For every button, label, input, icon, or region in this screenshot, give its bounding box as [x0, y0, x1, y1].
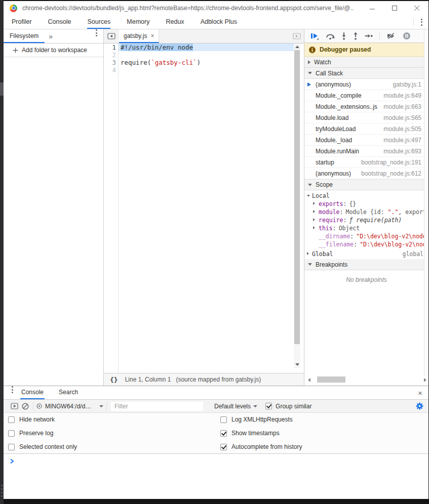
hide-navigator-button[interactable]	[104, 29, 119, 43]
console-drawer: Console Search ×	[4, 386, 428, 499]
expanded-arrow-icon	[308, 184, 312, 186]
group-similar-checkbox[interactable]	[265, 403, 272, 409]
no-breakpoints-message: No breakpoints	[304, 276, 428, 283]
show-console-sidebar-icon	[11, 403, 18, 409]
scope-entry-filename[interactable]: __filename:"D:\dev\blog-v2\node_n	[304, 240, 428, 248]
step-over-button[interactable]	[326, 32, 335, 40]
pretty-print-icon[interactable]: {}	[110, 376, 118, 384]
line-number: 1	[104, 44, 118, 51]
expanded-arrow-icon	[308, 263, 312, 266]
drawer-close-icon[interactable]: ×	[418, 389, 422, 397]
scroll-up-icon[interactable]	[295, 46, 299, 48]
scope-entry-exports[interactable]: exports:{}	[304, 200, 428, 208]
code-line-3[interactable]: 3 require(`gatsby-cli`)	[104, 59, 304, 66]
group-similar-toggle[interactable]: Group similar	[265, 403, 311, 410]
tab-sources[interactable]: Sources	[87, 15, 110, 29]
log-levels-label: Default levels	[214, 403, 251, 410]
scope-entry-module[interactable]: module:Module {id: ".", exports:	[304, 208, 428, 216]
breakpoints-section-header[interactable]: Breakpoints	[304, 259, 428, 270]
navigator-menu-kebab-icon[interactable]	[95, 29, 103, 43]
call-stack-frame[interactable]: Module._extensions..jsmodule.js:663	[304, 101, 428, 112]
call-stack-frame[interactable]: Module.loadmodule.js:565	[304, 112, 428, 123]
watch-section-header[interactable]: Watch	[304, 57, 428, 68]
console-settings-button[interactable]	[416, 402, 423, 410]
tab-filesystem[interactable]: Filesystem	[4, 29, 45, 43]
tab-close-icon[interactable]: ×	[150, 33, 154, 39]
edge-dots	[1, 485, 3, 499]
call-stack-frame[interactable]: Module.runMainmodule.js:693	[304, 146, 428, 157]
tab-redux[interactable]: Redux	[166, 15, 184, 29]
setting-log-xmlhttprequests[interactable]: Log XMLHttpRequests	[216, 413, 428, 427]
call-stack-frame[interactable]: Module._compilemodule.js:649	[304, 90, 428, 101]
main-menu-kebab-icon[interactable]	[420, 19, 428, 26]
call-stack-section-header[interactable]: Call Stack	[304, 68, 428, 79]
code-editor[interactable]: 1 #!/usr/bin/env node 2 3 require(`gatsb…	[104, 44, 304, 374]
setting-selected-context-only[interactable]: Selected context only	[4, 440, 216, 454]
edge-scrollbar-thumb[interactable]	[0, 82, 4, 96]
console-context-selector[interactable]: MINGW64:/d/de...	[36, 403, 103, 410]
show-timestamps-checkbox[interactable]	[220, 430, 227, 437]
console-prompt[interactable]	[4, 454, 428, 464]
maximize-button[interactable]	[387, 3, 402, 14]
tab-adblock-plus[interactable]: Adblock Plus	[201, 15, 237, 29]
step-into-button[interactable]	[341, 32, 346, 40]
log-xhr-checkbox[interactable]	[220, 416, 227, 423]
call-stack-frame[interactable]: startupbootstrap_node.js:191	[304, 157, 428, 168]
deactivate-breakpoints-button[interactable]	[386, 32, 396, 40]
tab-memory[interactable]: Memory	[127, 15, 149, 29]
setting-autocomplete-history[interactable]: Autocomplete from history	[216, 440, 428, 454]
console-prompt-chevron-icon	[10, 458, 14, 464]
panel-horizontal-scrollbar[interactable]	[305, 375, 428, 384]
scope-entry-dirname[interactable]: __dirname:"D:\dev\blog-v2\node_mo	[304, 232, 428, 240]
scope-section-header[interactable]: Scope	[304, 179, 428, 190]
code-line-4[interactable]: 4	[104, 66, 304, 74]
close-button[interactable]	[409, 3, 424, 14]
call-stack-frame[interactable]: (anonymous)gatsby.js:1	[304, 79, 428, 90]
scroll-left-icon[interactable]	[308, 378, 310, 382]
setting-preserve-log[interactable]: Preserve log	[4, 427, 216, 440]
scrollbar-thumb[interactable]	[317, 376, 345, 383]
show-console-sidebar-button[interactable]	[9, 401, 20, 411]
resume-script-button[interactable]	[310, 32, 319, 40]
code-line-1[interactable]: 1 #!/usr/bin/env node	[104, 44, 304, 51]
step-out-button[interactable]	[353, 32, 358, 40]
preserve-log-checkbox[interactable]	[8, 430, 15, 437]
log-levels-dropdown[interactable]: Default levels	[214, 403, 257, 410]
scope-local-row[interactable]: Local	[304, 192, 428, 200]
clear-console-button[interactable]	[20, 401, 31, 411]
editor-tab-gatsby-js[interactable]: gatsby.js ×	[119, 29, 159, 43]
scroll-down-icon[interactable]	[295, 363, 299, 366]
setting-show-timestamps[interactable]: Show timestamps	[216, 427, 428, 440]
code-line-2[interactable]: 2	[104, 51, 304, 59]
scope-global-row[interactable]: Global global	[304, 248, 428, 259]
step-button[interactable]	[365, 32, 373, 40]
panel-vertical-scrollbar[interactable]	[424, 29, 428, 375]
editor-vertical-scrollbar[interactable]	[294, 44, 300, 368]
call-stack-frame[interactable]: Module._loadmodule.js:497	[304, 135, 428, 146]
more-tabs-icon[interactable]: »	[45, 29, 57, 43]
scope-entry-this[interactable]: this:Object	[304, 224, 428, 232]
scrollbar-thumb[interactable]	[294, 50, 300, 344]
tab-console[interactable]: Console	[48, 15, 71, 29]
call-stack-frame[interactable]: tryModuleLoadmodule.js:505	[304, 123, 428, 135]
minimize-button[interactable]	[365, 3, 380, 14]
scope-entry-require[interactable]: require:ƒ require(path)	[304, 216, 428, 224]
setting-label: Autocomplete from history	[231, 443, 302, 450]
tab-profiler[interactable]: Profiler	[12, 15, 32, 29]
global-value: global	[402, 250, 423, 258]
main-tab-bar: Profiler Console Sources Memory Redux Ad…	[4, 15, 428, 29]
scroll-right-icon[interactable]	[424, 378, 426, 382]
setting-hide-network[interactable]: Hide network	[4, 413, 216, 427]
drawer-tab-console[interactable]: Console	[20, 386, 45, 399]
filter-input[interactable]	[111, 402, 203, 411]
show-right-panel-icon[interactable]	[293, 33, 301, 39]
hide-network-checkbox[interactable]	[8, 416, 15, 423]
autocomplete-history-checkbox[interactable]	[220, 444, 227, 450]
editor-status-bar: {} Line 1, Column 1 (source mapped from …	[104, 373, 304, 386]
drawer-tab-search[interactable]: Search	[58, 386, 79, 399]
add-folder-button[interactable]: Add folder to workspace	[4, 44, 103, 57]
call-stack-frame[interactable]: (anonymous)bootstrap_node.js:612	[304, 168, 428, 179]
pause-on-exceptions-button[interactable]	[403, 32, 411, 40]
selected-context-checkbox[interactable]	[8, 444, 15, 450]
drawer-menu-kebab-icon[interactable]	[4, 386, 20, 399]
